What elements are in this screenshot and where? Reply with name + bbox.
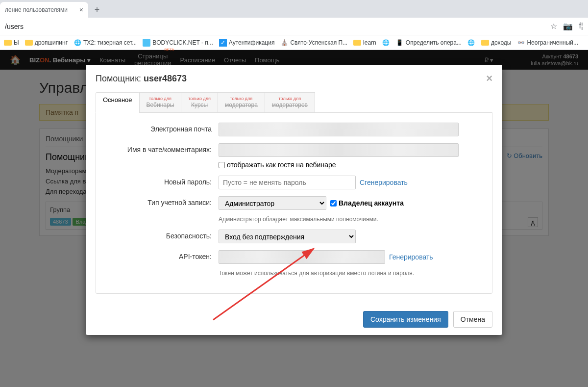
site-icon: 📱 — [396, 39, 404, 47]
site-icon: 👓 — [517, 39, 525, 47]
password-input[interactable] — [219, 176, 356, 189]
tab-main[interactable]: Основное — [96, 92, 140, 113]
bookmark-item[interactable]: 👓Неограниченный... — [517, 39, 578, 47]
new-tab-button[interactable]: + — [90, 3, 104, 17]
bookmarks-bar: Ы дропшипинг 🌐ТХ2: тизерная сет... BODYC… — [0, 35, 588, 50]
site-icon: ✓ — [219, 39, 227, 47]
bookmark-item[interactable]: Ы — [4, 39, 19, 46]
guest-checkbox-label[interactable]: отображать как гостя на вебинаре — [219, 161, 336, 169]
extension-icon[interactable]: f¦ — [579, 22, 583, 31]
bookmark-item[interactable]: ⛪Свято-Успенская П... — [280, 39, 347, 47]
folder-icon — [25, 40, 33, 46]
site-icon: ⛪ — [280, 39, 288, 47]
site-icon — [143, 39, 150, 47]
api-token-input[interactable] — [219, 250, 385, 264]
label-chatname: Имя в чате/комментариях: — [106, 143, 219, 154]
email-input[interactable] — [219, 123, 459, 136]
owner-checkbox-label[interactable]: Владелец аккаунта — [330, 199, 404, 207]
browser-tab-bar: ление пользователями × + — [0, 0, 588, 18]
label-account-type: Тип учетной записи: — [106, 196, 219, 206]
browser-tab[interactable]: ление пользователями × — [0, 2, 88, 18]
generate-token-link[interactable]: Генерировать — [389, 253, 433, 261]
bookmark-item[interactable]: доходы — [481, 39, 511, 46]
tab-restricted[interactable]: только длямодератора — [218, 92, 265, 113]
folder-icon — [481, 40, 489, 46]
bookmark-item[interactable]: дропшипинг — [25, 39, 68, 46]
modal-title: Помощник: user48673 — [96, 74, 187, 84]
admin-help-text: Администратор обладает максимальными пол… — [219, 216, 482, 223]
camera-icon[interactable]: 📷 — [563, 22, 573, 31]
security-select[interactable]: Вход без подтверждения — [219, 230, 356, 243]
modal-tabs: Основное только дляВебинары только дляКу… — [96, 92, 492, 113]
star-icon[interactable]: ☆ — [550, 22, 557, 31]
bookmark-item[interactable]: 🌐 — [467, 39, 475, 47]
tab-courses[interactable]: только дляКурсы — [181, 92, 218, 113]
bookmark-item[interactable]: 📱Определить опера... — [396, 39, 462, 47]
token-help-text: Токен может использоваться для авторизац… — [219, 270, 482, 277]
chatname-input[interactable] — [219, 143, 459, 157]
tab-restricted[interactable]: только длямодераторов — [265, 92, 315, 113]
account-type-select[interactable]: Администратор — [219, 196, 326, 210]
generate-password-link[interactable]: Сгенерировать — [360, 179, 408, 186]
globe-icon: 🌐 — [382, 39, 390, 47]
tab-close-icon[interactable]: × — [79, 6, 83, 14]
bookmark-item[interactable]: 🌐 — [382, 39, 390, 47]
url-bar: /users ☆ 📷 f¦ — [0, 18, 588, 35]
label-email: Электронная почта — [106, 123, 219, 133]
helper-modal: Помощник: user48673 × Основное только дл… — [86, 65, 502, 335]
label-password: Новый пароль: — [106, 176, 219, 186]
folder-icon — [4, 40, 12, 46]
cancel-button[interactable]: Отмена — [453, 311, 492, 328]
tab-title: ление пользователями — [5, 6, 68, 13]
bookmark-item[interactable]: 🌐ТХ2: тизерная сет... — [74, 39, 137, 47]
tab-webinars[interactable]: только дляВебинары — [139, 92, 182, 113]
bookmark-item[interactable]: ✓Аутентификация — [219, 39, 275, 47]
close-icon[interactable]: × — [486, 72, 492, 85]
bookmark-item[interactable]: learn — [353, 39, 376, 46]
save-button[interactable]: Сохранить изменения — [363, 311, 448, 328]
guest-checkbox[interactable] — [219, 162, 225, 168]
label-security: Безопасность: — [106, 230, 219, 240]
folder-icon — [353, 40, 361, 46]
label-api-token: API-токен: — [106, 250, 219, 260]
bookmark-item[interactable]: BODYCLICK.NET - п... — [143, 39, 213, 47]
owner-checkbox[interactable] — [330, 200, 337, 206]
globe-icon: 🌐 — [74, 39, 81, 47]
url-input[interactable]: /users — [5, 23, 546, 30]
globe-icon: 🌐 — [467, 39, 475, 47]
